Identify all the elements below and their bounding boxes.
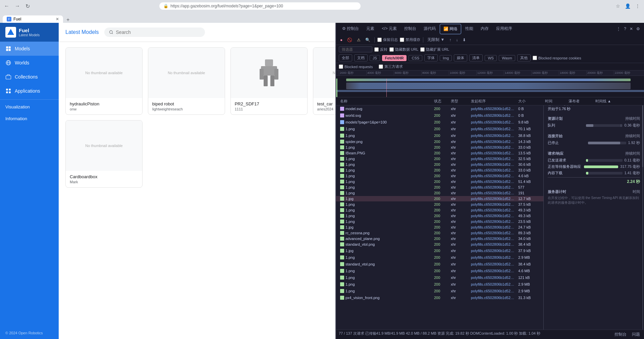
devtools-tab-sources2[interactable]: 源代码 <box>420 24 439 34</box>
filter-ws[interactable]: WS <box>485 55 497 61</box>
cell-initiator[interactable]: polyfills.c6502806b1d5283... <box>470 242 517 246</box>
cell-initiator[interactable]: polyfills.c6502806b1d5283... <box>470 107 517 111</box>
filter-input[interactable] <box>339 46 372 52</box>
address-bar[interactable]: 🔒 https://app.gazebosim.org/fuel/models?… <box>159 2 361 10</box>
browser-tab[interactable]: F Fuel ✕ <box>3 15 63 23</box>
hide-extension-url-checkbox[interactable]: 隐藏扩展 URL <box>420 47 449 52</box>
sidebar-item-information[interactable]: Information <box>0 113 59 125</box>
cell-initiator[interactable]: polyfills.c6502806b1d5283... <box>470 134 517 138</box>
warning-button[interactable]: ⚠ <box>356 37 362 43</box>
hide-data-url-checkbox[interactable]: 隐藏数据 URL <box>389 47 418 52</box>
download-btn[interactable]: ↓ <box>454 37 459 43</box>
cell-initiator[interactable]: polyfills.c6502806b1d5283... <box>470 225 517 229</box>
col-time[interactable]: 时间 <box>544 99 567 104</box>
issues-tab-btn[interactable]: 问题 <box>631 331 641 338</box>
devtools-tab-network[interactable]: 📶 网络 <box>440 24 461 34</box>
cell-initiator[interactable]: polyfills.c6502806b1d5283... <box>470 220 517 224</box>
profile-button[interactable]: 👤 <box>624 2 632 10</box>
throttle-select[interactable]: 无限制 ▼ <box>426 36 446 43</box>
filter-doc[interactable]: 文档 <box>354 54 368 61</box>
col-waterfall[interactable]: 瀑布者 <box>567 99 594 104</box>
filter-media[interactable]: 媒体 <box>454 54 467 61</box>
cell-initiator[interactable]: polyfills.c6502806b1d5283... <box>470 276 517 280</box>
cell-initiator[interactable]: polyfills.c6502806b1d5283... <box>470 208 517 212</box>
filter-img[interactable]: Img <box>440 55 452 61</box>
forward-button[interactable]: → <box>13 2 21 10</box>
cell-initiator[interactable]: polyfills.c6502806b1d5283... <box>470 269 517 273</box>
record-button[interactable]: ● <box>339 37 344 43</box>
devtools-question-btn[interactable]: ? <box>623 26 628 32</box>
col-timeline[interactable]: 时间线 ▲ <box>594 99 641 104</box>
timing-scrollbar[interactable] <box>641 97 644 330</box>
devtools-tab-issues[interactable]: 元素 <box>363 24 378 34</box>
devtools-more-btn[interactable]: ⋮ <box>615 26 622 32</box>
cell-initiator[interactable]: polyfills.c6502806b1d5283... <box>470 113 517 117</box>
devtools-settings-icon[interactable]: ⚙ <box>635 26 641 32</box>
search-box[interactable] <box>104 28 205 37</box>
col-status[interactable]: 状态 <box>433 99 449 104</box>
search-network-button[interactable]: 🔍 <box>364 37 372 43</box>
cell-initiator[interactable]: polyfills.c6502806b1d5283... <box>470 151 517 155</box>
model-card[interactable]: No thumbnail available hydraulicPiston o… <box>65 47 143 115</box>
sidebar-item-collections[interactable]: Collections <box>0 70 59 84</box>
blocked-requests-checkbox[interactable]: Blocked requests <box>339 64 373 69</box>
devtools-tab-console2[interactable]: 控制台 <box>401 24 420 34</box>
devtools-tab-sources[interactable]: </> 元素 <box>378 24 400 34</box>
sidebar-item-models[interactable]: Models <box>0 42 59 56</box>
cell-initiator[interactable]: polyfills.c6502806b1d5283... <box>470 289 517 293</box>
clear-button[interactable]: 🚫 <box>346 37 354 43</box>
sidebar-item-visualization[interactable]: Visualization <box>0 101 59 113</box>
sidebar-item-applications[interactable]: Applications <box>0 84 59 98</box>
blocked-response-cookies-checkbox[interactable]: Blocked response cookies <box>533 56 581 60</box>
filter-other[interactable]: 其他 <box>517 54 531 61</box>
cell-initiator[interactable]: polyfills.c6502806b1d5283... <box>470 145 517 149</box>
col-type[interactable]: 类型 <box>449 99 470 104</box>
cell-initiator[interactable]: polyfills.c6502806b1d5283... <box>470 120 517 124</box>
model-card[interactable]: No thumbnail available biped robot light… <box>148 47 225 115</box>
cell-initiator[interactable]: polyfills.c6502806b1d5283... <box>470 214 517 218</box>
filter-font[interactable]: 字体 <box>424 54 438 61</box>
disable-cache-checkbox[interactable]: 禁用缓存 <box>400 37 420 42</box>
invert-checkbox[interactable]: 反转 <box>374 47 387 52</box>
cell-initiator[interactable]: polyfills.c6502806b1d5283... <box>470 282 517 286</box>
reload-button[interactable]: ↻ <box>24 2 31 11</box>
cell-initiator[interactable]: polyfills.c6502806b1d5283... <box>470 231 517 235</box>
cell-initiator[interactable]: polyfills.c6502806b1d5283... <box>470 296 517 300</box>
col-name[interactable]: 名称 <box>339 99 433 104</box>
filter-manifest[interactable]: 清单 <box>469 54 483 61</box>
cell-initiator[interactable]: polyfills.c6502806b1d5283... <box>470 168 517 172</box>
col-initiator[interactable]: 发起程序 <box>470 99 517 104</box>
devtools-tab-memory[interactable]: 内存 <box>477 24 492 34</box>
model-card[interactable]: No thumbnail available Cardboardbox Mark <box>65 120 143 188</box>
tab-close-button[interactable]: ✕ <box>56 17 59 21</box>
cell-initiator[interactable]: polyfills.c6502806b1d5283... <box>470 174 517 178</box>
devtools-close-button[interactable]: ✕ <box>628 26 634 32</box>
filter-js[interactable]: JS <box>370 55 380 61</box>
cell-initiator[interactable]: polyfills.c6502806b1d5283... <box>470 237 517 241</box>
cell-initiator[interactable]: polyfills.c6502806b1d5283... <box>470 162 517 166</box>
cell-initiator[interactable]: polyfills.c6502806b1d5283... <box>470 262 517 266</box>
console-tab-btn[interactable]: 控制台 <box>613 331 628 338</box>
devtools-tab-console[interactable]: ⚙ 控制台 <box>339 24 362 34</box>
devtools-tab-performance[interactable]: 性能 <box>462 24 477 34</box>
cell-initiator[interactable]: polyfills.c6502806b1d5283... <box>470 197 517 201</box>
cell-initiator[interactable]: polyfills.c6502806b1d5283... <box>470 255 517 259</box>
cell-initiator[interactable]: polyfills.c6502806b1d5283... <box>470 202 517 206</box>
devtools-tab-application[interactable]: 应用程序 <box>493 24 516 34</box>
star-button[interactable]: ☆ <box>614 2 622 10</box>
filter-all[interactable]: 全部 <box>339 54 352 61</box>
cell-initiator[interactable]: polyfills.c6502806b1d5283... <box>470 191 517 195</box>
settings-button[interactable]: ⋮ <box>634 2 641 10</box>
preserve-log-checkbox[interactable]: 保留日志 <box>377 37 398 42</box>
col-size[interactable]: 大小 <box>517 99 544 104</box>
cell-initiator[interactable]: polyfills.c6502806b1d5283... <box>470 180 517 184</box>
new-tab-button[interactable]: + <box>64 17 72 23</box>
upload-btn[interactable]: ↑ <box>448 37 452 43</box>
back-button[interactable]: ← <box>3 2 11 10</box>
third-party-checkbox[interactable]: 第三方请求 <box>379 64 403 69</box>
sidebar-item-worlds[interactable]: Worlds <box>0 56 59 70</box>
import-btn[interactable]: ⬇ <box>461 37 467 43</box>
cell-initiator[interactable]: polyfills.c6502806b1d5283... <box>470 185 517 189</box>
cell-initiator[interactable]: polyfills.c6502806b1d5283... <box>470 249 517 253</box>
cell-initiator[interactable]: polyfills.c6502806b1d5283... <box>470 127 517 131</box>
